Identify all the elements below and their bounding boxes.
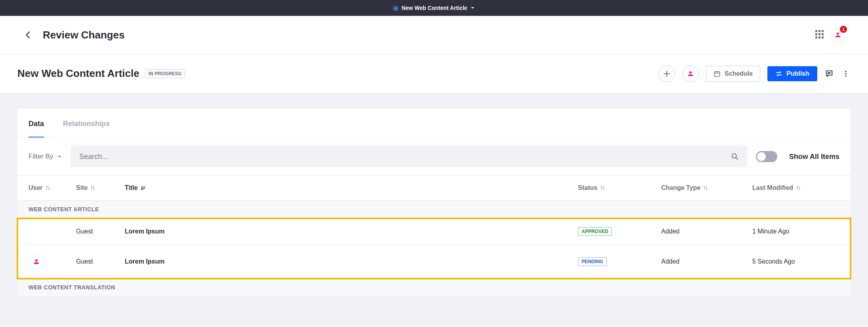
cell-change-type: Added (661, 258, 752, 265)
tabs: Data Relationships (17, 109, 851, 138)
member-button[interactable] (682, 65, 699, 82)
highlighted-rows: Guest Lorem Ipsum APPROVED Added 1 Minut… (17, 218, 851, 279)
cell-title: Lorem Ipsum (125, 258, 578, 265)
show-all-label: Show All Items (789, 153, 839, 161)
top-bar-title-group[interactable]: New Web Content Article (393, 5, 475, 11)
svg-point-4 (845, 73, 846, 74)
publish-button[interactable]: Publish (767, 66, 817, 81)
record-icon (393, 5, 399, 11)
user-icon (834, 31, 841, 38)
kebab-icon (842, 70, 850, 78)
cell-site: Guest (76, 258, 125, 265)
group-header: WEB CONTENT TRANSLATION (17, 279, 851, 296)
header: Review Changes 1 (0, 16, 868, 54)
cell-user (29, 254, 76, 270)
caret-down-icon (57, 154, 62, 159)
sort-icon (45, 185, 51, 191)
group-header: WEB CONTENT ARTICLE (17, 201, 851, 218)
schedule-label: Schedule (725, 70, 753, 77)
exchange-icon (775, 70, 782, 77)
page-title: Review Changes (43, 29, 125, 41)
filter-by-label: Filter By (29, 153, 53, 161)
svg-point-5 (845, 75, 846, 76)
table-row[interactable]: Guest Lorem Ipsum APPROVED Added 1 Minut… (17, 218, 851, 245)
status-badge: PENDING (578, 257, 607, 266)
svg-point-1 (395, 7, 397, 9)
avatar (29, 254, 44, 270)
schedule-button[interactable]: Schedule (706, 66, 760, 82)
sort-icon (600, 185, 605, 191)
subheader: New Web Content Article IN PROGRESS Sche… (0, 54, 868, 93)
main: Data Relationships Filter By Show All It… (0, 93, 868, 296)
svg-point-3 (845, 71, 846, 72)
user-icon (33, 258, 40, 265)
article-title: New Web Content Article (17, 67, 139, 80)
back-button[interactable] (23, 30, 33, 40)
cell-last-modified: 1 Minute Ago (752, 228, 839, 235)
more-button[interactable] (841, 69, 851, 78)
cell-last-modified: 5 Seconds Ago (752, 258, 839, 265)
th-last-modified[interactable]: Last Modified (752, 184, 839, 191)
filter-by-dropdown[interactable]: Filter By (29, 153, 62, 161)
th-user[interactable]: User (29, 184, 76, 191)
cell-status: APPROVED (578, 227, 661, 236)
plus-icon (663, 70, 671, 78)
header-actions: 1 (815, 28, 845, 42)
subheader-actions: Schedule Publish (658, 65, 851, 82)
status-chip: IN PROGRESS (145, 69, 185, 78)
search-icon[interactable] (731, 152, 739, 161)
add-button[interactable] (658, 65, 675, 82)
apps-icon[interactable] (815, 30, 825, 40)
cell-title: Lorem Ipsum (125, 228, 578, 235)
calendar-icon (713, 70, 721, 77)
sort-icon (796, 185, 801, 191)
chat-icon (825, 69, 834, 78)
cell-site: Guest (76, 228, 125, 235)
filter-bar: Filter By Show All Items (17, 138, 851, 176)
subheader-left: New Web Content Article IN PROGRESS (17, 67, 185, 80)
th-status[interactable]: Status (578, 184, 661, 191)
show-all-toggle[interactable] (756, 151, 777, 162)
table-header: User Site Title Status Change Type Last … (17, 176, 851, 201)
comments-button[interactable] (824, 69, 834, 78)
cell-change-type: Added (661, 228, 752, 235)
svg-rect-2 (714, 71, 720, 76)
search-input[interactable] (78, 152, 730, 161)
th-title[interactable]: Title (125, 184, 578, 191)
th-site[interactable]: Site (76, 184, 125, 191)
sort-icon (90, 185, 95, 191)
user-avatar-button[interactable]: 1 (830, 28, 845, 42)
tab-data[interactable]: Data (29, 109, 44, 138)
top-bar: New Web Content Article (0, 0, 868, 16)
table-row[interactable]: Guest Lorem Ipsum PENDING Added 5 Second… (17, 245, 851, 279)
tab-relationships[interactable]: Relationships (63, 109, 110, 138)
user-icon (687, 70, 694, 77)
sort-active-icon (140, 185, 146, 191)
th-change-type[interactable]: Change Type (661, 184, 752, 191)
svg-point-6 (732, 154, 736, 158)
publish-label: Publish (786, 70, 809, 77)
caret-down-icon (470, 6, 475, 10)
search-box (71, 146, 747, 167)
cell-status: PENDING (578, 257, 661, 266)
status-badge: APPROVED (578, 227, 612, 236)
notification-badge: 1 (840, 26, 847, 33)
card: Data Relationships Filter By Show All It… (17, 109, 851, 296)
top-bar-title: New Web Content Article (402, 5, 467, 11)
sort-icon (703, 185, 708, 191)
